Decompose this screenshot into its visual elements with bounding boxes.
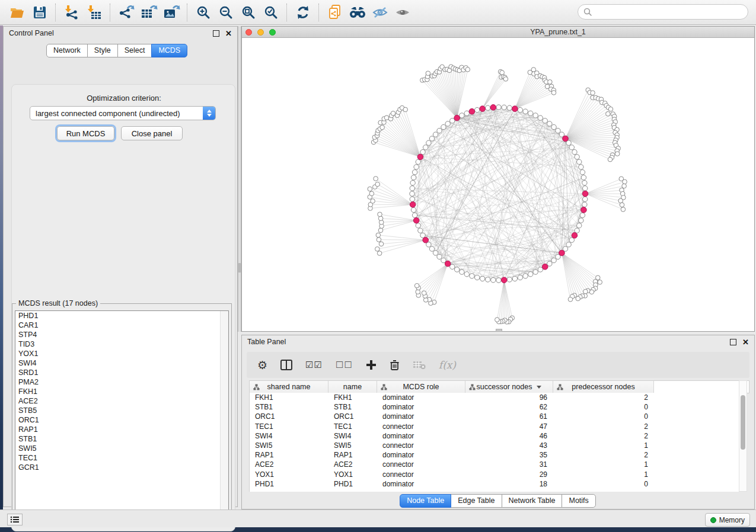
table-row[interactable]: YOX1YOX1connector291 bbox=[250, 470, 739, 479]
network-node[interactable] bbox=[491, 278, 496, 283]
zoom-in-button[interactable] bbox=[192, 2, 215, 23]
network-node[interactable] bbox=[523, 109, 528, 114]
network-node[interactable] bbox=[423, 145, 428, 150]
close-window-icon[interactable] bbox=[245, 29, 252, 36]
network-node[interactable] bbox=[480, 276, 484, 281]
column-header-name[interactable]: name bbox=[328, 381, 377, 393]
table-row[interactable]: ORC1ORC1dominator610 bbox=[250, 412, 739, 421]
network-node[interactable] bbox=[486, 277, 490, 282]
network-node[interactable] bbox=[582, 202, 587, 207]
mcds-result-item[interactable]: YOX1 bbox=[15, 349, 228, 358]
table-scrollbar-thumb[interactable] bbox=[741, 395, 745, 450]
network-node[interactable] bbox=[533, 270, 538, 274]
cell-shared_name[interactable]: SWI5 bbox=[250, 441, 328, 450]
mcds-dominator-node[interactable] bbox=[501, 277, 507, 283]
mcds-result-item[interactable]: GCR1 bbox=[15, 463, 228, 472]
show-columns-icon[interactable] bbox=[280, 360, 292, 370]
network-node[interactable] bbox=[556, 128, 560, 133]
save-session-button[interactable] bbox=[28, 2, 51, 23]
cell-name[interactable]: SWI5 bbox=[328, 441, 377, 450]
network-node[interactable] bbox=[528, 111, 533, 116]
network-node[interactable] bbox=[375, 182, 380, 187]
column-header-predecessor-nodes[interactable]: predecessor nodes bbox=[553, 381, 654, 393]
network-node[interactable] bbox=[454, 267, 459, 272]
network-node[interactable] bbox=[623, 180, 627, 184]
tab-select[interactable]: Select bbox=[117, 44, 152, 57]
network-node[interactable] bbox=[582, 181, 587, 185]
network-node[interactable] bbox=[429, 246, 434, 251]
network-node[interactable] bbox=[615, 152, 620, 156]
network-node[interactable] bbox=[474, 275, 479, 280]
tab-node-table[interactable]: Node Table bbox=[400, 494, 451, 508]
network-node[interactable] bbox=[416, 223, 420, 228]
cell-mcds_role[interactable]: connector bbox=[377, 460, 465, 469]
table-row[interactable]: FKH1FKH1dominator962 bbox=[250, 393, 739, 402]
mcds-dominator-node[interactable] bbox=[559, 250, 565, 256]
cell-mcds_role[interactable]: dominator bbox=[377, 412, 465, 421]
network-node[interactable] bbox=[575, 155, 579, 159]
mcds-result-item[interactable]: ACE2 bbox=[15, 396, 228, 406]
network-node[interactable] bbox=[410, 197, 414, 201]
network-node[interactable] bbox=[460, 113, 464, 118]
mcds-dominator-node[interactable] bbox=[417, 154, 423, 160]
column-header-successor-nodes[interactable]: successor nodes bbox=[465, 381, 553, 393]
network-node[interactable] bbox=[464, 272, 469, 277]
import-network-button[interactable] bbox=[60, 2, 83, 23]
cell-mcds_role[interactable]: dominator bbox=[377, 403, 465, 411]
mcds-dominator-node[interactable] bbox=[563, 136, 569, 142]
mcds-result-item[interactable]: TEC1 bbox=[15, 453, 228, 463]
cell-predecessor_nodes[interactable]: 0 bbox=[553, 403, 654, 411]
export-image-button[interactable] bbox=[160, 2, 183, 23]
network-node[interactable] bbox=[518, 107, 522, 112]
network-node[interactable] bbox=[575, 228, 579, 233]
cell-shared_name[interactable]: RAP1 bbox=[250, 451, 328, 459]
network-node[interactable] bbox=[411, 207, 416, 212]
delete-column-icon[interactable] bbox=[390, 360, 400, 371]
mcds-dominator-node[interactable] bbox=[410, 201, 416, 207]
network-node[interactable] bbox=[376, 233, 381, 238]
mcds-result-item[interactable]: SRD1 bbox=[15, 368, 228, 377]
network-node[interactable] bbox=[576, 296, 580, 301]
table-row[interactable]: STB1STB1dominator620 bbox=[250, 402, 739, 412]
network-node[interactable] bbox=[474, 107, 479, 112]
refresh-button[interactable] bbox=[292, 2, 314, 23]
cell-mcds_role[interactable]: connector bbox=[377, 470, 465, 479]
mcds-list-scrollbar[interactable] bbox=[220, 311, 228, 520]
mcds-result-item[interactable]: PMA2 bbox=[15, 377, 228, 387]
network-node[interactable] bbox=[414, 283, 419, 288]
network-node[interactable] bbox=[518, 275, 522, 280]
table-settings-gear-icon[interactable]: ⚙ bbox=[257, 358, 267, 371]
network-node[interactable] bbox=[411, 175, 416, 180]
network-node[interactable] bbox=[495, 318, 500, 322]
cell-predecessor_nodes[interactable]: 0 bbox=[553, 480, 654, 488]
network-node[interactable] bbox=[420, 149, 425, 154]
network-node[interactable] bbox=[621, 207, 626, 212]
mcds-dominator-node[interactable] bbox=[572, 233, 578, 239]
table-row[interactable]: TEC1TEC1connector472 bbox=[250, 422, 739, 431]
cell-predecessor_nodes[interactable]: 0 bbox=[553, 412, 654, 421]
network-node[interactable] bbox=[391, 111, 395, 116]
network-node[interactable] bbox=[606, 111, 611, 116]
cell-successor_nodes[interactable]: 43 bbox=[465, 441, 553, 450]
network-node[interactable] bbox=[426, 140, 431, 145]
network-node[interactable] bbox=[412, 213, 417, 217]
float-panel-icon[interactable] bbox=[730, 339, 736, 345]
cell-successor_nodes[interactable]: 29 bbox=[465, 470, 553, 479]
zoom-fit-button[interactable] bbox=[237, 2, 260, 23]
network-node[interactable] bbox=[568, 297, 573, 302]
criterion-dropdown[interactable]: largest connected component (undirected) bbox=[30, 106, 216, 120]
cell-name[interactable]: YOX1 bbox=[328, 470, 377, 479]
cell-predecessor_nodes[interactable]: 2 bbox=[553, 451, 654, 459]
network-node[interactable] bbox=[378, 216, 383, 221]
mcds-dominator-node[interactable] bbox=[512, 106, 518, 112]
network-node[interactable] bbox=[551, 124, 556, 129]
mcds-dominator-node[interactable] bbox=[413, 217, 419, 223]
network-node[interactable] bbox=[598, 280, 602, 284]
run-mcds-button[interactable]: Run MCDS bbox=[57, 126, 114, 140]
network-node[interactable] bbox=[500, 70, 505, 75]
cell-predecessor_nodes[interactable]: 1 bbox=[553, 460, 654, 469]
mcds-dominator-node[interactable] bbox=[581, 207, 587, 213]
table-scrollbar[interactable] bbox=[739, 380, 747, 492]
cell-successor_nodes[interactable]: 46 bbox=[465, 432, 553, 440]
network-node[interactable] bbox=[548, 79, 553, 84]
